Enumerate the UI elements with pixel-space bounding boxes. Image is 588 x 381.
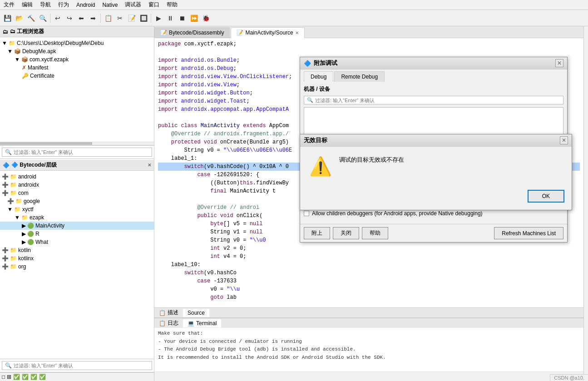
bytecode-tree-ezapk[interactable]: ▼ 📁 ezapk xyxy=(0,213,154,222)
menu-help[interactable]: 帮助 xyxy=(167,1,178,9)
bytecode-tree-android[interactable]: ➕ 📁 android xyxy=(0,173,154,181)
apk-icon: 📦 xyxy=(14,48,21,54)
tree-item-label: C:\Users\L\Desktop\DebugMe\Debu xyxy=(17,40,104,46)
menu-file[interactable]: 文件 xyxy=(4,1,15,9)
tree-item-label: google xyxy=(24,198,40,204)
toolbar-undo[interactable]: ↩ xyxy=(52,13,63,24)
option-allow-children[interactable]: Allow children debuggers (for Android ap… xyxy=(304,210,563,217)
bytecode-tree-com[interactable]: ➕ 📁 com xyxy=(0,189,154,197)
bytecode-filter-input[interactable] xyxy=(14,363,149,368)
toolbar-pause[interactable]: ⏸ xyxy=(165,13,176,24)
invalid-ok-button[interactable]: OK xyxy=(528,190,564,203)
tab-terminal[interactable]: 💻 Terminal xyxy=(183,319,221,327)
bottom-tab-bar: 📋 描述 Source xyxy=(154,308,583,318)
toolbar-select[interactable]: 🔲 xyxy=(138,13,149,24)
menu-debugger[interactable]: 调试器 xyxy=(125,1,141,9)
menu-action[interactable]: 行为 xyxy=(58,1,69,9)
attach-filter-input[interactable] xyxy=(315,98,560,103)
refresh-machines-button[interactable]: Refresh Machines List xyxy=(494,227,563,239)
toolbar-copy[interactable]: 📋 xyxy=(103,13,114,24)
status-check4-icon[interactable]: ✅ xyxy=(39,374,46,380)
terminal-content[interactable]: Make sure that: - Your device is connect… xyxy=(154,328,583,371)
bytecode-tree-google[interactable]: ➕ 📁 google xyxy=(0,197,154,205)
attach-dialog-close[interactable]: ✕ xyxy=(555,59,563,67)
tab-mainactivity-source[interactable]: 📝 MainActivity/Source ✕ xyxy=(231,27,304,38)
tab-close-icon[interactable]: ✕ xyxy=(295,30,299,35)
attach-dialog-icon: 🔷 xyxy=(304,60,311,67)
close-icon[interactable]: ✕ xyxy=(148,163,151,168)
class-icon: 🟢 xyxy=(27,223,34,229)
tab-log[interactable]: 📋 日志 xyxy=(154,318,183,328)
help-button[interactable]: 帮助 xyxy=(362,227,388,239)
chevron-down-icon: ▼ xyxy=(2,40,7,46)
status-checkbox-all[interactable]: □ xyxy=(2,374,5,380)
right-scrollbar[interactable] xyxy=(583,26,588,381)
bytecode-tree: ➕ 📁 android ➕ 📁 androidx ➕ 📁 com ➕ 📁 goo… xyxy=(0,171,154,359)
bytecode-tree-org[interactable]: ➕ 📁 org xyxy=(0,262,154,271)
toolbar-forward[interactable]: ➡ xyxy=(88,13,99,24)
allow-children-checkbox[interactable] xyxy=(304,211,309,216)
status-icons-bar: □ ⊞ ✅ ✅ ✅ ✅ xyxy=(0,372,154,381)
tree-manifest[interactable]: ✗ Manifest xyxy=(0,64,154,72)
attach-button[interactable]: 附上 xyxy=(304,227,330,239)
project-filter-input[interactable] xyxy=(14,149,149,155)
attach-tab-debug[interactable]: Debug xyxy=(304,71,333,82)
invalid-dialog-close[interactable]: ✕ xyxy=(560,136,568,144)
toolbar-settings[interactable]: 🔨 xyxy=(25,13,36,24)
tree-item-label: xyctf xyxy=(22,206,34,213)
chevron-down-icon: ▼ xyxy=(7,206,13,213)
bytecode-header-label: 🔷 Bytecode/层级 xyxy=(11,161,57,169)
tree-root[interactable]: ▼ 📁 C:\Users\L\Desktop\DebugMe\Debu xyxy=(0,39,154,47)
menu-edit[interactable]: 编辑 xyxy=(22,1,33,9)
project-icon: 🗂 xyxy=(3,29,8,35)
toolbar-search[interactable]: 🔍 xyxy=(37,13,48,24)
bytecode-tree-kotlinx[interactable]: ➕ 📁 kotlinx xyxy=(0,254,154,262)
tab-source[interactable]: Source xyxy=(183,309,209,317)
expand-icon: ➕ xyxy=(2,247,9,253)
tab-bytecode-disassembly[interactable]: 📝 Bytecode/Disassembly xyxy=(154,27,230,38)
folder-icon: 📁 xyxy=(10,263,17,270)
toolbar-save[interactable]: 💾 xyxy=(2,13,13,24)
project-tree: ▼ 📁 C:\Users\L\Desktop\DebugMe\Debu ▼ 📦 … xyxy=(0,37,154,142)
menu-navigate[interactable]: 导航 xyxy=(40,1,51,9)
status-check2-icon[interactable]: ✅ xyxy=(22,374,29,380)
attach-machines-label: 机器 / 设备 xyxy=(304,85,563,93)
tree-item-label: com xyxy=(18,190,29,196)
toolbar-redo[interactable]: ↪ xyxy=(64,13,75,24)
tree-item-label: R xyxy=(35,231,40,237)
menu-window[interactable]: 窗口 xyxy=(148,1,159,9)
tree-package[interactable]: ▼ 📦 com.xyctf.ezapk xyxy=(0,55,154,64)
toolbar-run[interactable]: ▶ xyxy=(153,13,164,24)
toolbar-sep1 xyxy=(50,14,50,23)
attach-tab-remote-debug[interactable]: Remote Debug xyxy=(334,71,385,82)
menu-native[interactable]: Native xyxy=(102,2,118,8)
toolbar-stop[interactable]: ⏹ xyxy=(177,13,188,24)
toolbar-debug[interactable]: 🐞 xyxy=(200,13,211,24)
folder-icon: 📁 xyxy=(10,182,17,188)
attach-filter-bar: 🔍 xyxy=(304,96,563,104)
tree-item-label: kotlin xyxy=(18,247,31,253)
tree-cert[interactable]: 🔑 Certificate xyxy=(0,72,154,80)
tree-apk[interactable]: ▼ 📦 DebugMe.apk xyxy=(0,47,154,55)
code-line: label_10: xyxy=(158,261,580,269)
project-scrollbar-h[interactable] xyxy=(0,142,154,145)
bytecode-tree-what[interactable]: ▶ 🟢 What xyxy=(0,238,154,246)
toolbar-back[interactable]: ⬅ xyxy=(76,13,87,24)
toolbar: 💾 📂 🔨 🔍 ↩ ↪ ⬅ ➡ 📋 ✂ 📝 🔲 ▶ ⏸ ⏹ ⏩ 🐞 xyxy=(0,10,588,26)
search-icon: 🔍 xyxy=(5,149,12,155)
close-button[interactable]: 关闭 xyxy=(333,227,359,239)
toolbar-edit[interactable]: 📝 xyxy=(126,13,137,24)
menu-android[interactable]: Android xyxy=(76,2,95,8)
status-check3-icon[interactable]: ✅ xyxy=(30,374,37,380)
bytecode-tree-androidx[interactable]: ➕ 📁 androidx xyxy=(0,181,154,189)
toolbar-step[interactable]: ⏩ xyxy=(188,13,199,24)
bytecode-tree-kotlin[interactable]: ➕ 📁 kotlin xyxy=(0,246,154,254)
toolbar-cut[interactable]: ✂ xyxy=(114,13,125,24)
bytecode-tree-r[interactable]: ▶ 🟢 R xyxy=(0,230,154,238)
tab-describe[interactable]: 📋 描述 xyxy=(154,308,183,317)
toolbar-open[interactable]: 📂 xyxy=(14,13,25,24)
bytecode-tree-mainactivity[interactable]: ▶ 🟢 MainActivity xyxy=(0,222,154,230)
bytecode-tree-xyctf[interactable]: ▼ 📁 xyctf xyxy=(0,205,154,213)
status-check1-icon[interactable]: ✅ xyxy=(13,374,20,380)
status-grid-icon[interactable]: ⊞ xyxy=(7,374,11,380)
